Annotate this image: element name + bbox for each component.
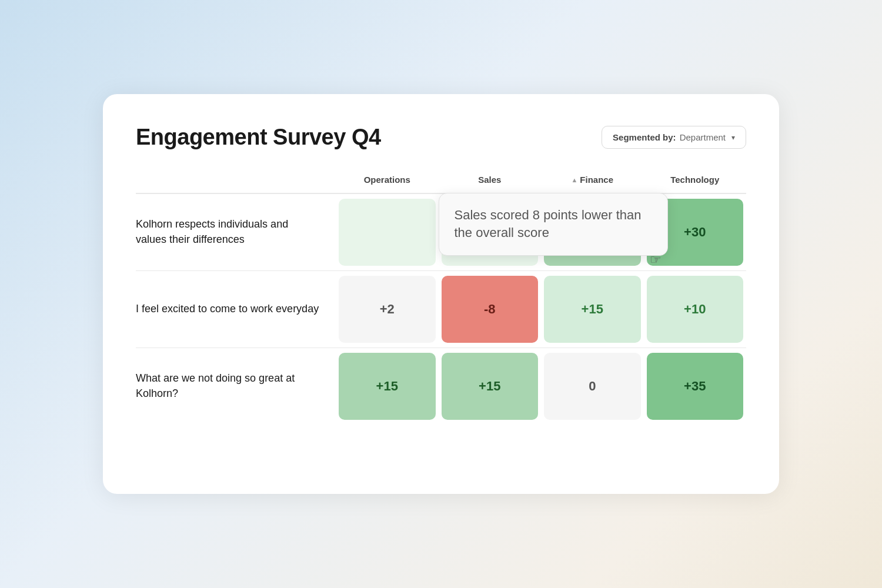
sort-icon: ▲ [571, 176, 577, 183]
col-header-sales: Sales [439, 175, 542, 193]
cell-row2-finance[interactable]: +15 [544, 276, 641, 343]
data-table: Operations Sales ▲ Finance Technology Ko… [136, 175, 746, 425]
column-headers: Operations Sales ▲ Finance Technology [136, 175, 746, 193]
table-row: Kolhorn respects individuals and values … [136, 194, 746, 270]
col-header-technology: Technology [644, 175, 747, 193]
cell-row1-operations[interactable] [339, 199, 436, 266]
segment-dropdown[interactable]: Segmented by: Department ▾ [602, 126, 746, 149]
table-row: What are we not doing so great at Kolhor… [136, 348, 746, 425]
col-header-finance: ▲ Finance [541, 175, 644, 193]
cell-row1-finance[interactable] [544, 199, 641, 266]
cell-row3-finance[interactable]: 0 [544, 353, 641, 420]
col-header-operations: Operations [336, 175, 439, 193]
table-row: I feel excited to come to work everyday … [136, 271, 746, 348]
segment-value: Department [680, 132, 726, 142]
chevron-down-icon: ▾ [731, 133, 735, 142]
cell-row3-operations[interactable]: +15 [339, 353, 436, 420]
row-label-3: What are we not doing so great at Kolhor… [136, 348, 336, 425]
segment-label: Segmented by: [613, 132, 676, 142]
cell-row1-technology[interactable]: +30 [647, 199, 744, 266]
cell-row2-sales[interactable]: -8 [442, 276, 539, 343]
main-card: Engagement Survey Q4 Segmented by: Depar… [103, 94, 779, 494]
page-title: Engagement Survey Q4 [136, 125, 381, 150]
col-header-empty [136, 175, 336, 193]
cell-row1-sales[interactable]: Sales scored 8 points lower than the ove… [442, 199, 539, 266]
cell-row3-technology[interactable]: +35 [647, 353, 744, 420]
cell-row3-sales[interactable]: +15 [442, 353, 539, 420]
cell-row2-operations[interactable]: +2 [339, 276, 436, 343]
row-label-2: I feel excited to come to work everyday [136, 271, 336, 348]
cell-row2-technology[interactable]: +10 [647, 276, 744, 343]
row-label-1: Kolhorn respects individuals and values … [136, 194, 336, 270]
card-header: Engagement Survey Q4 Segmented by: Depar… [136, 125, 746, 150]
